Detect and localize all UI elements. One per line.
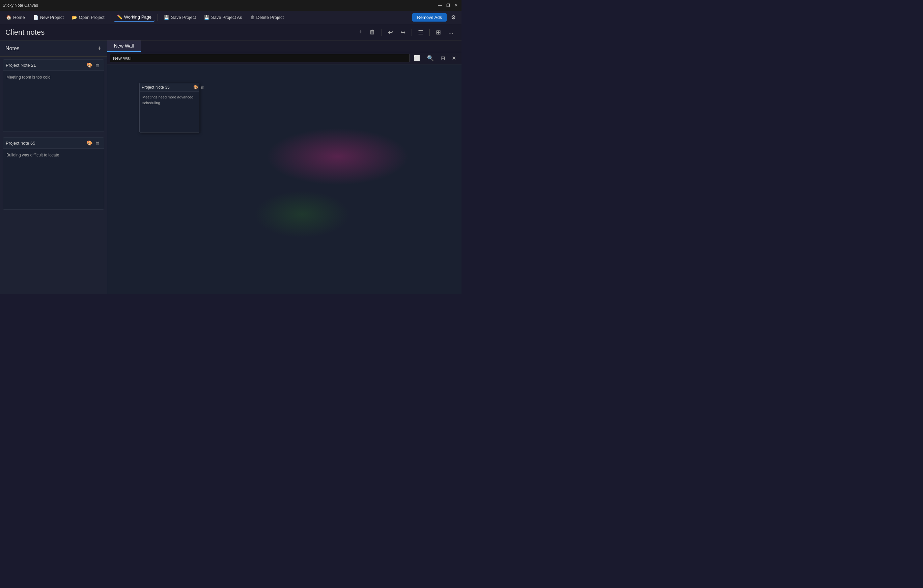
titlebar-controls: — ❐ ✕	[437, 3, 459, 8]
canvas-background[interactable]: 🎨 🗑 Meetings need more advanced scheduli…	[107, 64, 462, 294]
note-card-65: 🎨 🗑 Building was difficult to locate	[3, 137, 104, 210]
note-header-21: 🎨 🗑	[3, 60, 104, 71]
undo-button[interactable]: ↩	[385, 27, 396, 38]
page-title-bar: Client notes + 🗑 ↩ ↪ ☰ ⊞ ...	[0, 24, 462, 41]
more-options-button[interactable]: ...	[446, 27, 456, 37]
wall-tab-new-wall[interactable]: New Wall	[107, 41, 141, 52]
save-icon: 💾	[164, 15, 169, 20]
home-icon: 🏠	[6, 15, 11, 20]
note-card-21: 🎨 🗑 Meeting room is too cold	[3, 59, 104, 132]
page-title: Client notes	[5, 28, 356, 37]
wall-filter-button[interactable]: ⊟	[438, 54, 448, 63]
canvas-note-title-35[interactable]	[142, 85, 192, 90]
minimize-button[interactable]: —	[437, 3, 443, 8]
menu-home[interactable]: 🏠 Home	[3, 13, 28, 21]
note-style-button-65[interactable]: 🎨	[85, 139, 94, 146]
page-icon: ✏️	[117, 15, 122, 20]
menu-save-project-as[interactable]: 💾 Save Project As	[201, 13, 246, 21]
canvas-note-35[interactable]: 🎨 🗑 Meetings need more advanced scheduli…	[139, 83, 199, 133]
menu-separator-1	[111, 14, 111, 21]
canvas-note-body-35: Meetings need more advanced scheduling	[140, 92, 199, 132]
sidebar-header: Notes +	[0, 41, 107, 57]
wall-close-button[interactable]: ✕	[449, 54, 459, 63]
menubar: 🏠 Home 📄 New Project 📂 Open Project ✏️ W…	[0, 11, 462, 24]
wall-toolbar: ⬜ 🔍 ⊟ ✕	[107, 52, 462, 64]
wall-name-input[interactable]	[110, 54, 409, 62]
toolbar-separator-1	[381, 29, 382, 36]
note-body-21: Meeting room is too cold	[3, 71, 104, 131]
canvas-note-delete-btn-35[interactable]: 🗑	[199, 85, 205, 90]
toolbar-separator-2	[412, 29, 412, 36]
toolbar: + 🗑 ↩ ↪ ☰ ⊞ ...	[356, 27, 456, 38]
menu-separator-2	[158, 14, 158, 21]
file-icon: 📄	[33, 15, 38, 20]
add-tool-button[interactable]: +	[356, 27, 365, 37]
wall-search-button[interactable]: 🔍	[424, 54, 437, 63]
menu-delete-project[interactable]: 🗑 Delete Project	[247, 13, 287, 21]
wall-view-button[interactable]: ⬜	[411, 54, 423, 63]
list-view-button[interactable]: ☰	[415, 27, 426, 38]
menu-open-project[interactable]: 📂 Open Project	[69, 13, 108, 21]
sidebar: Notes + 🎨 🗑 Meeting room is too cold 🎨 🗑…	[0, 41, 107, 294]
add-note-button[interactable]: +	[97, 44, 102, 52]
redo-button[interactable]: ↪	[398, 27, 408, 38]
note-body-65: Building was difficult to locate	[3, 149, 104, 210]
wall-tabs: New Wall	[107, 41, 462, 52]
delete-tool-button[interactable]: 🗑	[367, 27, 378, 37]
main-area: Notes + 🎨 🗑 Meeting room is too cold 🎨 🗑…	[0, 41, 462, 294]
close-button[interactable]: ✕	[453, 3, 459, 8]
note-title-65[interactable]	[6, 141, 85, 146]
canvas-note-header-35: 🎨 🗑	[140, 83, 199, 92]
note-delete-button-65[interactable]: 🗑	[94, 139, 101, 146]
canvas-note-style-btn-35[interactable]: 🎨	[192, 85, 199, 90]
save-as-icon: 💾	[204, 15, 210, 20]
delete-project-icon: 🗑	[250, 15, 255, 20]
note-header-65: 🎨 🗑	[3, 138, 104, 149]
maximize-button[interactable]: ❐	[445, 3, 451, 8]
note-delete-button-21[interactable]: 🗑	[94, 62, 101, 69]
menu-working-page[interactable]: ✏️ Working Page	[114, 13, 155, 21]
app-title: Sticky Note Canvas	[3, 3, 38, 8]
canvas-area: New Wall ⬜ 🔍 ⊟ ✕ 🎨 🗑 Meetings need more …	[107, 41, 462, 294]
menu-new-project[interactable]: 📄 New Project	[30, 13, 67, 21]
note-style-button-21[interactable]: 🎨	[85, 62, 94, 69]
titlebar: Sticky Note Canvas — ❐ ✕	[0, 0, 462, 11]
note-title-21[interactable]	[6, 63, 85, 68]
remove-ads-button[interactable]: Remove Ads	[412, 13, 447, 21]
settings-button[interactable]: ⚙	[448, 12, 459, 23]
toolbar-separator-3	[429, 29, 430, 36]
sidebar-title: Notes	[5, 46, 20, 52]
layout-button[interactable]: ⊞	[433, 27, 443, 38]
open-icon: 📂	[72, 15, 77, 20]
menu-save-project[interactable]: 💾 Save Project	[161, 13, 199, 21]
